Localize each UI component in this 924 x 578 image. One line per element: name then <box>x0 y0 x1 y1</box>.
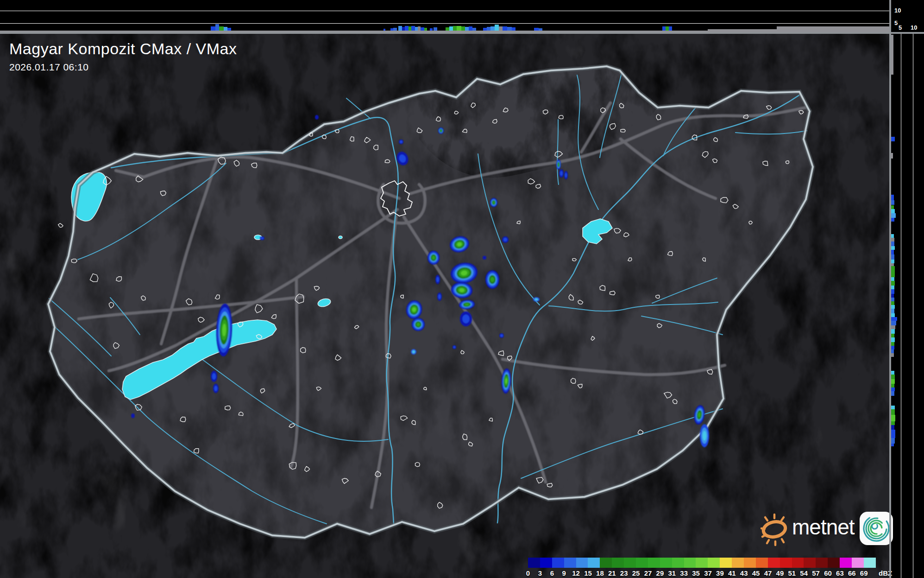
sun-icon <box>761 508 791 549</box>
colorbar-cell <box>660 558 672 568</box>
echo-column <box>219 26 224 31</box>
echo-column <box>457 26 461 31</box>
echo-column <box>430 28 433 31</box>
echo-column <box>495 25 499 31</box>
echo-column <box>891 209 895 213</box>
terrain-profile-bar <box>777 26 889 32</box>
echo-column <box>534 28 539 31</box>
echo-column <box>891 137 895 141</box>
radar-echo <box>483 256 486 260</box>
echo-column <box>891 294 894 298</box>
radar-echo <box>211 371 217 382</box>
echo-column <box>891 342 894 346</box>
echo-column <box>669 26 672 31</box>
terrain-profile-bar <box>891 153 893 159</box>
radar-echo <box>437 292 442 301</box>
echo-column <box>215 24 219 31</box>
colorbar-cell <box>780 558 792 568</box>
colorbar-cell <box>720 558 732 568</box>
colorbar-label: 66 <box>848 569 856 577</box>
colorbar-label: 57 <box>812 569 820 577</box>
colorbar-cell <box>636 558 648 568</box>
echo-column <box>891 438 895 444</box>
colorbar-label: 18 <box>596 569 604 577</box>
small-pond <box>339 236 342 239</box>
colorbar-cell <box>816 558 828 568</box>
colorbar-label: 9 <box>562 569 566 577</box>
echo-column <box>891 421 895 425</box>
colorbar-label: 51 <box>788 569 796 577</box>
radar-echo <box>412 318 425 331</box>
colorbar-label: 63 <box>836 569 844 577</box>
colorbar-cell <box>684 558 696 568</box>
echo-column <box>891 337 895 342</box>
radar-product-page: { "header": { "title": "Magyar Kompozit … <box>0 0 924 578</box>
echo-column <box>224 27 227 31</box>
echo-column <box>891 277 894 281</box>
colorbar-label: 33 <box>680 569 688 577</box>
radar-echo <box>411 349 416 355</box>
metnet-logo[interactable]: metnet <box>761 508 893 549</box>
radar-echo <box>315 115 319 120</box>
radar-echo <box>427 251 440 265</box>
echo-column <box>891 384 894 387</box>
echo-column <box>411 26 415 31</box>
echo-column <box>512 27 515 31</box>
echo-column <box>483 28 487 31</box>
echo-column <box>405 26 409 31</box>
echo-column <box>891 250 894 254</box>
echo-column <box>891 325 895 329</box>
radar-echo <box>460 311 472 326</box>
echo-column <box>453 26 457 31</box>
metnet-app-icon <box>859 511 893 546</box>
height-scale-label: 5 <box>899 24 902 31</box>
colorbar-cell <box>744 558 756 568</box>
echo-column <box>211 26 215 31</box>
radar-echo <box>559 169 564 178</box>
colorbar-cell <box>528 558 540 568</box>
radar-echo <box>556 159 561 170</box>
echo-column <box>891 334 894 337</box>
radar-echo <box>564 171 568 179</box>
page-title: Magyar Kompozit CMax / VMax <box>9 40 237 58</box>
echo-column <box>446 27 449 31</box>
echo-column <box>891 371 894 375</box>
colorbar-cell <box>552 558 564 568</box>
radar-echo <box>485 270 499 289</box>
echo-column <box>891 430 895 438</box>
radar-echo <box>499 333 504 338</box>
colorbar-label: 12 <box>572 569 580 577</box>
echo-column <box>472 28 476 31</box>
echo-column <box>891 317 897 321</box>
height-scale-label: 10 <box>894 7 901 14</box>
vmax-top-cross-section <box>0 0 889 32</box>
echo-column <box>891 281 895 286</box>
radar-echo <box>490 198 497 207</box>
terrain-profile-bar <box>891 35 893 75</box>
colorbar-cell <box>708 558 720 568</box>
echo-column <box>891 246 895 250</box>
echo-column <box>891 379 895 384</box>
colorbar-label: 29 <box>656 569 664 577</box>
colorbar-label: 47 <box>764 569 772 577</box>
colorbar-cell <box>648 558 660 568</box>
colorbar-cell <box>612 558 624 568</box>
echo-column <box>507 27 512 31</box>
echo-column <box>891 375 895 379</box>
colorbar-label: 35 <box>692 569 700 577</box>
colorbar-label: 37 <box>704 569 712 577</box>
colorbar-cell <box>732 558 744 568</box>
colorbar-cell <box>864 558 876 568</box>
echo-column <box>891 415 895 421</box>
radar-echo <box>438 127 444 134</box>
echo-column <box>487 27 490 31</box>
echo-column <box>662 26 666 31</box>
colorbar-label: 60 <box>824 569 832 577</box>
colorbar-cell <box>756 558 768 568</box>
colorbar-cell <box>804 558 816 568</box>
colorbar-label: 41 <box>728 569 736 577</box>
echo-column <box>891 254 894 260</box>
height-scale-line <box>0 23 889 24</box>
echo-column <box>666 26 669 31</box>
echo-column <box>891 289 894 294</box>
